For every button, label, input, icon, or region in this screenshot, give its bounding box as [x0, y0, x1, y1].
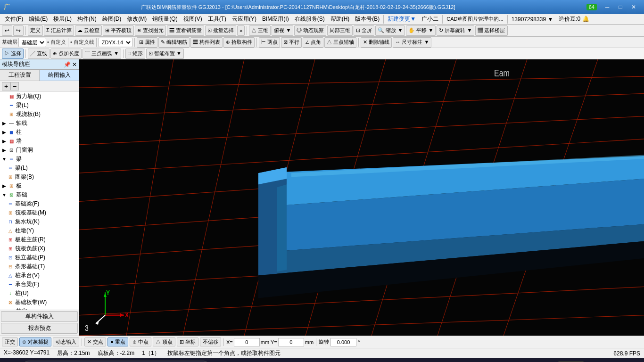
menu-online[interactable]: 在线服务(S)	[292, 14, 328, 24]
menu-draw[interactable]: 绘图(D)	[99, 14, 124, 24]
tree-item-found-band[interactable]: ⊠ 基础板带(W)	[0, 298, 79, 307]
close-button[interactable]: ✕	[627, 2, 640, 12]
tree-item-pier[interactable]: △ 柱墩(Y)	[0, 226, 79, 235]
local-3d-button[interactable]: 局部三维	[327, 25, 353, 36]
dynamic-view-button[interactable]: ◎ 动态观察	[294, 25, 326, 36]
rotate-field[interactable]	[330, 338, 356, 346]
layer-select[interactable]: 基础层	[18, 38, 46, 47]
menu-tools[interactable]: 工具(T)	[205, 14, 229, 24]
tree-item-foundation[interactable]: ▼ ⊠ 基础	[0, 190, 79, 199]
menu-cloud[interactable]: 云应用(Y)	[229, 14, 259, 24]
taskbar-icon-2[interactable]: 🔄	[253, 359, 270, 362]
tree-item-pilecap[interactable]: △ 桩承台(V)	[0, 271, 79, 280]
tree-item-pile-rebar[interactable]: ⊞ 板桩主筋(R)	[0, 235, 79, 244]
menu-help[interactable]: 帮助(H)	[328, 14, 353, 24]
edit-rebar-button[interactable]: ✎ 编辑钢筋	[158, 37, 190, 48]
calc-button[interactable]: Σ 汇总计算	[44, 25, 74, 36]
menu-cad[interactable]: CAD草图图片管理中的...	[444, 15, 506, 24]
start-button[interactable]	[2, 359, 21, 362]
menu-modify[interactable]: 修改(M)	[124, 14, 149, 24]
taskbar-icon-3[interactable]: 🌐	[272, 359, 289, 362]
tree-item-slab[interactable]: ⊞ 现浇板(B)	[0, 110, 79, 119]
minimize-button[interactable]: ─	[601, 2, 614, 12]
screen-rotate-button[interactable]: ↻ 屏幕旋转 ▼	[437, 25, 474, 36]
taskbar-icon-app[interactable]: ⬡	[404, 359, 421, 362]
tree-item-found-beam[interactable]: ━ 基础梁(F)	[0, 199, 79, 208]
arc-button[interactable]: ⌒ 三点画弧 ▼	[83, 49, 121, 59]
menu-version[interactable]: 版本号(B)	[352, 14, 382, 24]
tree-item-wall[interactable]: ▶ ▦ 墙	[0, 137, 79, 146]
no-offset-button[interactable]: 不偏移	[200, 337, 221, 346]
taskbar-icon-8[interactable]: 📩	[385, 359, 402, 362]
view-top-button[interactable]: 俯视 ▼	[272, 25, 293, 36]
tree-item-panel[interactable]: ▶ ⊞ 板	[0, 181, 79, 190]
point-length-button[interactable]: ⊕ 点加长度	[50, 49, 82, 59]
tree-item-door[interactable]: ▶ ⊡ 门窗洞	[0, 146, 79, 155]
y-field[interactable]	[278, 338, 304, 346]
zdyx-select[interactable]: ZDYX-14	[99, 38, 132, 47]
pick-component-button[interactable]: ⊕ 拾取构件	[223, 37, 255, 48]
dim-label-button[interactable]: ↔ 尺寸标注 ▼	[393, 37, 431, 48]
select-tool-button[interactable]: ▷ 选择	[2, 49, 24, 59]
fullscreen-button[interactable]: ⊡ 全屏	[354, 25, 374, 36]
3d-button[interactable]: △ 三维	[249, 25, 271, 36]
batch-select-button[interactable]: ⊡ 批量选择	[205, 25, 236, 36]
more-button[interactable]: »	[237, 25, 245, 36]
tree-item-raft-neg[interactable]: ⊞ 筏板负筋(X)	[0, 244, 79, 253]
tree-item-pile[interactable]: ↓ 桩(U)	[0, 289, 79, 298]
x-field[interactable]	[234, 338, 260, 346]
menu-floor[interactable]: 楼层(L)	[50, 14, 74, 24]
viewport[interactable]: Y X 3 Eam	[79, 59, 644, 336]
tree-item-beam-l[interactable]: ━ 梁(L)	[0, 164, 79, 173]
taskbar-icon-edge[interactable]	[234, 359, 251, 362]
taskbar-icon-6[interactable]: 📁	[328, 359, 345, 362]
tree-item-beam[interactable]: ━ 梁(L)	[0, 101, 79, 110]
draw-input-tab[interactable]: 绘图输入	[40, 70, 79, 81]
tree-item-sump[interactable]: ⊓ 集水坑(K)	[0, 217, 79, 226]
center-button[interactable]: ⊕ 中点	[130, 337, 151, 346]
taskbar-icon-1[interactable]: 🗂	[215, 359, 232, 362]
taskbar-icon-7[interactable]: 🔵	[366, 359, 383, 362]
snap-button[interactable]: ⊕ 对象捕捉	[19, 337, 51, 346]
level-top-button[interactable]: ⊞ 平齐板顶	[103, 25, 134, 36]
ortho-button[interactable]: 正交	[2, 337, 18, 346]
menu-view[interactable]: 视图(V)	[181, 14, 205, 24]
tree-item-strip[interactable]: ⊟ 条形基础(T)	[0, 262, 79, 271]
tree-item-axis[interactable]: ▶ — 轴线	[0, 119, 79, 128]
menu-phone[interactable]: 13907298339 ▼	[509, 15, 556, 24]
taskbar-icon-plus[interactable]: ⊕	[422, 359, 439, 362]
menu-coins[interactable]: 造价豆:0 🔔	[556, 14, 592, 24]
single-component-button[interactable]: 单构件输入	[1, 311, 78, 322]
three-point-axis-button[interactable]: △ 三点辅轴	[324, 37, 356, 48]
menu-component[interactable]: 构件(N)	[74, 14, 99, 24]
project-settings-tab[interactable]: 工程设置	[0, 70, 40, 81]
menu-assistant[interactable]: 广小二	[419, 14, 441, 24]
select-floor-button[interactable]: ▦ 选择楼层	[475, 25, 507, 36]
view-rebar-button[interactable]: ☰ 查看钢筋量	[167, 25, 204, 36]
menu-edit[interactable]: 编辑(E)	[26, 14, 50, 24]
zoom-out-nav-button[interactable]: −	[10, 82, 19, 90]
rect-button[interactable]: □ 矩形	[125, 49, 145, 59]
find-element-button[interactable]: ⊕ 查找图元	[135, 25, 166, 36]
taskbar-icon-5[interactable]: 🟢	[309, 359, 326, 362]
tree-item-shearwall[interactable]: ▦ 剪力墙(Q)	[0, 92, 79, 101]
redo-button[interactable]: ↪	[13, 25, 24, 36]
component-list-button[interactable]: ☰ 构件列表	[190, 37, 223, 48]
intersect-button[interactable]: ✕ 交点	[84, 337, 106, 346]
menu-bim[interactable]: BIM应用(I)	[259, 14, 292, 24]
taskbar-icon-4[interactable]: 🌀	[290, 359, 307, 362]
two-point-button[interactable]: ⊢ 两点	[259, 37, 280, 48]
tree-item-beam-group[interactable]: ▼ ━ 梁	[0, 155, 79, 164]
tree-item-raft[interactable]: ⊞ 筏板基础(M)	[0, 208, 79, 217]
define-button[interactable]: 定义	[28, 25, 43, 36]
pan-button[interactable]: ✋ 平移 ▼	[406, 25, 436, 36]
tree-item-column[interactable]: ▶ ◼ 柱	[0, 128, 79, 137]
report-preview-button[interactable]: 报表预览	[1, 323, 78, 334]
maximize-button[interactable]: □	[614, 2, 627, 12]
menu-rebar[interactable]: 钢筋量(Q)	[149, 14, 180, 24]
tree-item-isolated[interactable]: ⊡ 独立基础(P)	[0, 253, 79, 262]
zoom-in-nav-button[interactable]: +	[2, 82, 10, 90]
dynamic-input-button[interactable]: 动态输入	[53, 337, 79, 346]
midpoint-btn[interactable]: ● 重点	[107, 337, 128, 346]
delete-aux-button[interactable]: ✕ 删除辅线	[361, 37, 392, 48]
